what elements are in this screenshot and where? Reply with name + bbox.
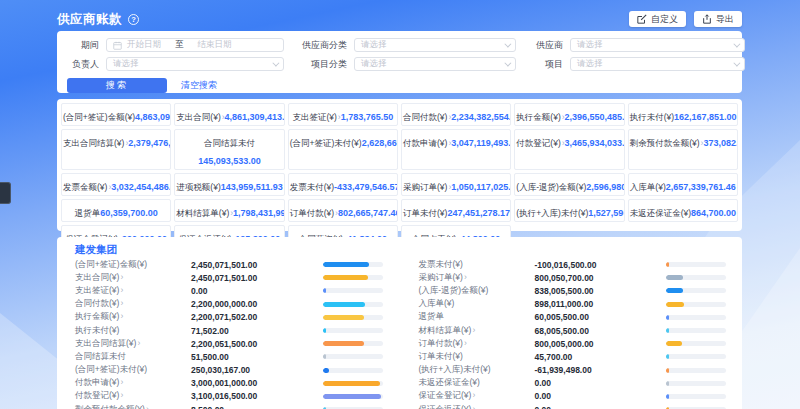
search-button[interactable]: 搜索 — [67, 78, 167, 93]
group-row-value: 2,200,071,502.00 — [191, 312, 323, 322]
metric-card-label: 剩余预付款金额(¥)› — [630, 138, 704, 148]
metric-card-value: 2,379,476,087.00 — [128, 138, 171, 148]
chevron-right-icon: › — [137, 338, 140, 348]
group-row-label: 剩余预付款金额(¥)› — [75, 404, 191, 409]
metric-bar-fill — [323, 341, 364, 346]
supplier-label: 供应商 — [523, 39, 563, 52]
metric-bar-fill — [666, 262, 669, 267]
group-row-label: 保证金返还(¥)› — [419, 404, 535, 409]
group-metric-row[interactable]: 订单付款(¥)›800,005,000.00 — [419, 337, 727, 350]
group-metric-row[interactable]: 保证金登记(¥)›0.00 — [419, 390, 727, 403]
metric-card-value: 3,032,454,486.89 — [111, 182, 171, 192]
customize-button[interactable]: 自定义 — [629, 11, 686, 27]
period-range-input[interactable]: 开始日期 至 结束日期 — [106, 38, 284, 52]
metric-card-label: 合同付款(¥)› — [403, 112, 451, 122]
date-separator: 至 — [175, 39, 184, 51]
group-row-value: 3,000,001,000.00 — [191, 378, 323, 388]
group-metric-row: 订单未付(¥)45,700.00 — [419, 350, 727, 363]
metric-bar-fill — [323, 302, 365, 307]
metric-card[interactable]: 合同付款(¥)›2,234,382,554.00 — [401, 103, 511, 126]
metric-bar — [323, 288, 383, 293]
metric-card-value: 1,527,596,433.00 — [588, 208, 624, 218]
supplier-category-select[interactable]: 请选择 — [354, 38, 516, 52]
metric-card[interactable]: 订单付款(¥)›802,665,747.46 — [288, 199, 398, 222]
metric-bar-fill — [666, 381, 669, 386]
metric-card[interactable]: 采购订单(¥)›1,050,117,025.63 — [401, 173, 511, 196]
metric-bar-fill — [666, 354, 669, 359]
group-metric-row[interactable]: 采购订单(¥)›800,050,700.00 — [419, 271, 727, 284]
group-row-value: 250,030,167.00 — [191, 365, 323, 375]
metric-card[interactable]: 支出合同结算(¥)›2,379,476,087.00 — [61, 129, 171, 170]
group-metric-row[interactable]: 合同付款(¥)›2,200,000,000.00 — [75, 298, 383, 311]
metric-card: 执行未付(¥)162,167,851.00 — [628, 103, 738, 126]
metric-card-value: 2,657,339,761.46 — [666, 182, 736, 192]
group-metric-row: 入库单(¥)898,011,000.00 — [419, 298, 727, 311]
metric-card-value: 162,167,851.00 — [674, 112, 737, 122]
group-metric-row[interactable]: 剩余预付款金额(¥)›8,500.00 — [75, 403, 383, 409]
group-row-label: (执行+入库)未付(¥) — [419, 364, 535, 376]
supplier-select[interactable]: 请选择 — [570, 38, 745, 52]
group-row-label: 入库单(¥) — [419, 298, 535, 310]
metric-bar — [323, 315, 383, 320]
owner-select[interactable]: 请选择 — [106, 57, 284, 71]
group-metric-row[interactable]: 付款登记(¥)›3,100,016,500.00 — [75, 390, 383, 403]
group-row-value: 51,500.00 — [191, 352, 323, 362]
metric-card-value: 373,082.00 — [703, 138, 738, 148]
metric-bar — [666, 262, 726, 267]
chevron-down-icon — [733, 40, 740, 47]
project-select[interactable]: 请选择 — [570, 57, 745, 71]
group-row-value: 8,500.00 — [191, 405, 323, 409]
metric-card[interactable]: 材料结算单(¥)›1,798,431,995.00 — [174, 199, 284, 222]
group-metric-row[interactable]: 保证金返还(¥)›0.00 — [419, 403, 727, 409]
metric-bar-fill — [323, 381, 380, 386]
group-row-label: (入库-退货)金额(¥) — [419, 285, 535, 297]
group-metric-row[interactable]: 支出签证(¥)›0.00 — [75, 284, 383, 297]
group-row-value: 0.00 — [535, 405, 667, 409]
group-metric-row[interactable]: 执行金额(¥)›2,200,071,502.00 — [75, 311, 383, 324]
group-metric-row[interactable]: 材料结算单(¥)›68,005,500.00 — [419, 324, 727, 337]
group-row-value: 2,200,000,000.00 — [191, 299, 323, 309]
metric-card-label: 采购订单(¥)› — [403, 182, 451, 192]
help-icon[interactable]: ? — [128, 14, 139, 25]
group-row-label: 保证金登记(¥)› — [419, 390, 535, 402]
metric-bar — [666, 341, 726, 346]
metric-card[interactable]: 剩余预付款金额(¥)›373,082.00 — [628, 129, 738, 170]
export-button[interactable]: 导出 — [694, 11, 742, 27]
metric-bar-fill — [323, 394, 382, 399]
group-metric-row: (执行+入库)未付(¥)-61,939,498.00 — [419, 364, 727, 377]
group-metric-row[interactable]: 付款申请(¥)›3,000,001,000.00 — [75, 377, 383, 390]
metric-card[interactable]: 执行金额(¥)›2,396,550,485.00 — [514, 103, 624, 126]
group-row-value: 3,100,016,500.00 — [191, 391, 323, 401]
group-row-value: -100,016,500.00 — [535, 260, 667, 270]
metric-bar — [323, 275, 383, 280]
group-metric-row[interactable]: 支出合同(¥)›2,450,071,501.00 — [75, 271, 383, 284]
metric-card-label: 支出合同结算(¥)› — [63, 138, 128, 148]
group-row-label: 退货单 — [419, 311, 535, 323]
metric-card[interactable]: 付款登记(¥)›3,465,934,033.46 — [514, 129, 624, 170]
chevron-right-icon: › — [472, 325, 475, 335]
project-label: 项目 — [523, 58, 563, 71]
metric-card-label: 付款登记(¥)› — [516, 138, 564, 148]
metric-card[interactable]: 支出合同(¥)›4,861,309,413.20 — [174, 103, 284, 126]
metric-bar-fill — [323, 354, 326, 359]
page-header: 供应商账款 ? 自定义 导出 — [57, 10, 742, 28]
metric-bar — [323, 354, 383, 359]
group-metric-row[interactable]: 支出合同结算(¥)›2,200,051,500.00 — [75, 337, 383, 350]
group-row-label: 合同付款(¥)› — [75, 298, 191, 310]
metric-card[interactable]: 支出签证(¥)›1,783,765.50 — [288, 103, 398, 126]
metric-card[interactable]: 付款申请(¥)›3,047,119,493.46 — [401, 129, 511, 170]
chevron-right-icon: › — [472, 390, 475, 400]
metric-bar — [666, 288, 726, 293]
page-title: 供应商账款 — [57, 11, 122, 28]
metric-card-label: 进项税额(¥) — [176, 182, 220, 192]
metric-card[interactable]: 发票金额(¥)›3,032,454,486.89 — [61, 173, 171, 196]
project-category-select[interactable]: 请选择 — [354, 57, 516, 71]
group-row-label: 执行未付(¥) — [75, 325, 191, 337]
clear-search-link[interactable]: 清空搜索 — [181, 79, 217, 92]
metric-bar — [323, 368, 383, 373]
group-row-value: 800,005,000.00 — [535, 339, 667, 349]
sidebar-collapse-handle[interactable] — [0, 182, 11, 204]
metric-card-value: 2,628,668,790.70 — [362, 138, 398, 148]
group-row-label: (合同+签证)未付(¥) — [75, 364, 191, 376]
group-name-link[interactable]: 建发集团 — [75, 243, 726, 256]
